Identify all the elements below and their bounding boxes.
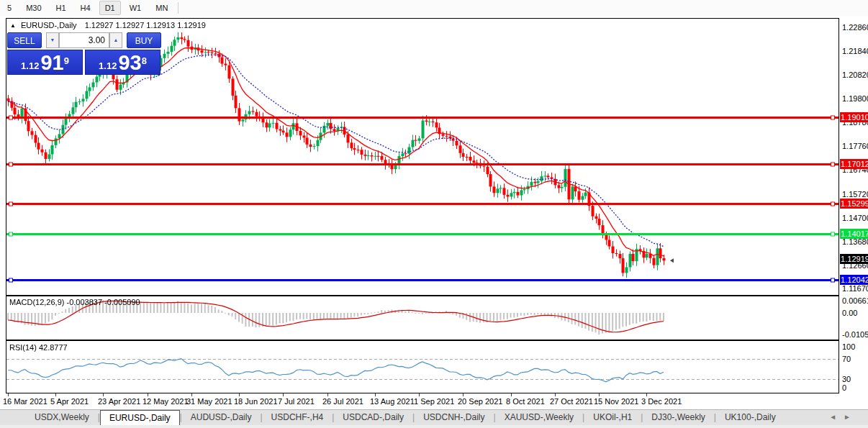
timeframe-button-m30[interactable]: M30	[20, 1, 47, 15]
date-tick	[239, 393, 240, 396]
date-axis: 16 Mar 20215 Apr 202123 Apr 202112 May 2…	[0, 393, 868, 408]
date-label: 27 Oct 2021	[550, 397, 593, 406]
sell-button[interactable]: SELL	[7, 32, 42, 48]
timeframe-button-h1[interactable]: H1	[50, 1, 72, 15]
date-tick	[646, 393, 647, 396]
tab-scroll-right-icon[interactable]: ►	[844, 413, 858, 421]
price-tick-label: 1.15720	[842, 190, 868, 199]
buy-price-big: 93	[118, 53, 141, 73]
date-label: 13 Aug 2021	[370, 397, 415, 406]
chart-tab-ukoil-h1[interactable]: UKOil-,H1	[584, 410, 641, 425]
date-label: 3 Dec 2021	[641, 397, 682, 406]
timeframe-toolbar: 5M30H1H4D1W1MN	[0, 0, 868, 16]
date-label: 5 Apr 2021	[50, 397, 89, 406]
sell-price-big: 91	[40, 53, 63, 73]
date-label: 18 Jun 2021	[234, 397, 278, 406]
date-label: 31 May 2021	[186, 397, 232, 406]
macd-tick-label: -0.010599	[842, 330, 868, 339]
date-tick	[8, 393, 9, 396]
tab-scroll-left-icon[interactable]: ◄	[829, 413, 844, 421]
buy-price-sup: 8	[142, 50, 147, 72]
rsi-label: RSI(14) 42.8777	[9, 343, 68, 352]
date-tick	[148, 393, 148, 396]
chart-ohlc-values: 1.12927 1.12927 1.12913 1.12919	[85, 21, 206, 29]
timeframe-button-mn[interactable]: MN	[150, 1, 173, 15]
sell-price-box[interactable]: 1.12 91 9	[7, 50, 83, 75]
price-tick-label: 1.19800	[842, 94, 868, 103]
date-label: 8 Oct 2021	[506, 397, 545, 406]
hline-price-label: 1.12042	[840, 275, 868, 285]
timeframe-button-5[interactable]: 5	[1, 1, 17, 15]
hline-price-label: 1.15299	[840, 199, 868, 209]
timeframe-button-d1[interactable]: D1	[99, 1, 121, 15]
mt4-window: 5M30H1H4D1W1MN ▲ EURUSD-,Daily 1.12927 1…	[0, 0, 868, 428]
rsi-tick-label: 100	[842, 342, 855, 351]
date-tick	[555, 393, 556, 396]
date-tick	[55, 393, 56, 396]
toolbar-separator	[178, 2, 178, 14]
spinner-up-icon: ▲	[114, 37, 119, 42]
date-tick	[599, 393, 600, 396]
macd-tick-label: 0.00	[842, 309, 857, 317]
spinner-down-icon: ▼	[50, 37, 55, 42]
date-label: 20 Sep 2021	[458, 397, 502, 406]
chart-tab-eurusd-daily[interactable]: EURUSD-,Daily	[100, 410, 180, 425]
price-tick-label: 1.14700	[842, 214, 868, 222]
date-label: 15 Nov 2021	[594, 397, 638, 406]
sell-price-sup: 9	[64, 50, 69, 72]
rsi-tick-label: 30	[842, 375, 851, 383]
chart-symbol-period: EURUSD-,Daily	[21, 21, 77, 29]
rsi-tick-label: 0	[842, 383, 846, 392]
buy-button[interactable]: BUY	[127, 32, 161, 48]
chart-tab-usdcad-daily[interactable]: USDCAD-,Daily	[334, 410, 412, 425]
date-tick	[103, 393, 104, 396]
price-tick-label: 1.17760	[842, 142, 868, 150]
one-click-trading-panel: SELL ▼ ▲ BUY 1.12 91 9 1.12 93 8	[7, 32, 161, 75]
date-label: 23 Apr 2021	[98, 397, 140, 406]
date-label: 26 Jul 2021	[322, 397, 363, 406]
current-price-label: 1.12919	[840, 254, 868, 264]
volume-increase-button[interactable]: ▲	[109, 32, 122, 48]
rsi-tick-label: 70	[842, 355, 851, 363]
status-strip	[0, 425, 868, 428]
date-label: 7 Jul 2021	[278, 397, 315, 406]
collapse-triangle-icon[interactable]: ▲	[10, 22, 16, 29]
chart-tab-usdx-weekly[interactable]: USDX,Weekly	[26, 410, 98, 425]
sell-price-small: 1.12	[21, 59, 39, 73]
hline-price-label: 1.19010	[840, 112, 868, 122]
hline-price-label: 1.14017	[840, 229, 868, 239]
chart-tab-dj30-weekly[interactable]: DJ30-,Weekly	[643, 410, 713, 425]
volume-input[interactable]	[59, 32, 109, 48]
volume-decrease-button[interactable]: ▼	[46, 32, 59, 48]
date-tick	[375, 393, 376, 396]
price-tick-label: 1.20820	[842, 70, 868, 79]
chart-tab-xauusd-weekly[interactable]: XAUUSD-,Weekly	[496, 410, 582, 425]
timeframe-button-h4[interactable]: H4	[75, 1, 96, 15]
date-label: 16 Mar 2021	[3, 397, 48, 406]
hline-price-label: 1.17012	[840, 159, 868, 169]
date-tick	[511, 393, 512, 396]
date-tick	[419, 393, 420, 396]
date-tick	[191, 393, 192, 396]
timeframe-button-w1[interactable]: W1	[124, 1, 148, 15]
chart-tab-usdcnh-daily[interactable]: USDCNH-,Daily	[415, 410, 493, 425]
date-tick	[283, 393, 284, 396]
date-tick	[327, 393, 328, 396]
date-label: 12 May 2021	[143, 397, 189, 406]
date-tick	[463, 393, 464, 396]
chart-tab-audusd-daily[interactable]: AUDUSD-,Daily	[182, 410, 261, 425]
buy-price-box[interactable]: 1.12 93 8	[85, 50, 161, 75]
price-tick-label: 1.11670	[842, 284, 868, 293]
rsi-indicator-panel	[6, 340, 839, 393]
chart-title: ▲ EURUSD-,Daily 1.12927 1.12927 1.12913 …	[10, 21, 206, 29]
date-label: 1 Sep 2021	[414, 397, 454, 406]
macd-label: MACD(12,26,9) -0.003837 -0.005090	[9, 298, 140, 306]
chart-tab-bar: USDX,Weekly|EURUSD-,Daily|AUDUSD-,Daily|…	[0, 409, 868, 425]
chart-tab-usdchf-h4[interactable]: USDCHF-,H4	[263, 410, 333, 425]
macd-tick-label: 0.006611	[842, 296, 868, 305]
price-tick-label: 1.22860	[842, 23, 868, 32]
rsi-canvas[interactable]	[6, 341, 838, 393]
chart-tab-uk100-daily[interactable]: UK100-,Daily	[716, 410, 785, 425]
buy-price-small: 1.12	[99, 59, 117, 73]
price-tick-label: 1.21840	[842, 47, 868, 55]
